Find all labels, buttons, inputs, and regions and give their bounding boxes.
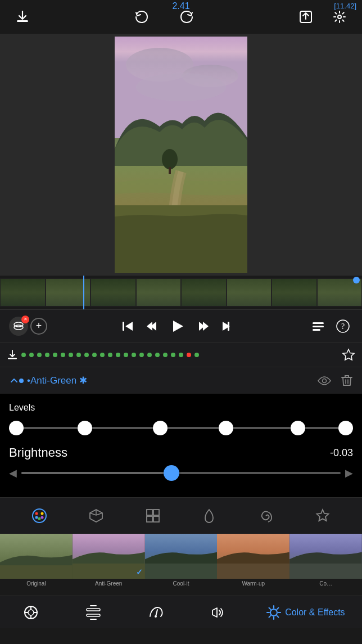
timeline-seg [136,278,182,307]
tab-spiral[interactable] [254,503,278,528]
skip-end-button[interactable] [217,316,237,336]
svg-line-58 [277,615,279,617]
level-thumb-5[interactable] [338,421,353,435]
levels-track[interactable] [9,420,353,436]
filter-thumb-co [289,534,362,579]
level-thumb-1[interactable] [78,421,92,435]
track-dot [45,353,49,357]
svg-point-24 [38,517,41,520]
filter-thumb-warmup [217,534,289,579]
nav-crop-button[interactable] [17,601,45,624]
track-dot [179,353,183,357]
level-thumb-4[interactable] [291,421,305,435]
help-button[interactable]: ? [333,316,353,336]
forward-button[interactable] [192,316,212,336]
timeline-seg [0,278,46,307]
filter-thumb-coolit [145,534,218,579]
redo-button[interactable] [175,6,198,28]
svg-text:?: ? [341,322,345,331]
svg-line-59 [269,615,271,617]
level-thumb-2[interactable] [153,421,168,435]
brightness-thumb[interactable] [164,465,179,481]
svg-point-51 [155,615,157,618]
track-download-icon[interactable] [7,349,18,361]
playback-controls [118,316,237,336]
svg-point-20 [323,379,327,382]
video-background [115,37,247,273]
filter-original[interactable]: Original [0,534,73,596]
track-dot [116,353,120,357]
filter-antigreen[interactable]: ✓ Anti-Green [73,534,145,596]
timeline-area[interactable] [0,276,362,309]
play-button[interactable] [168,316,188,336]
effect-delete-button[interactable] [341,374,353,388]
filter-thumb-original [0,534,73,579]
brightness-track[interactable] [21,465,341,481]
effect-visibility-button[interactable] [317,375,332,386]
collapse-button[interactable] [9,376,19,386]
filter-co[interactable]: Co… [289,534,362,596]
brightness-label: Brightness [9,445,67,460]
svg-rect-0 [17,20,28,22]
brightness-value: -0.03 [330,447,353,459]
filter-label-original: Original [26,580,46,587]
svg-rect-47 [87,609,100,611]
tab-drop[interactable] [197,503,221,528]
svg-rect-16 [313,329,320,331]
effect-name: •Anti-Green ✱ [27,375,317,386]
video-frame [115,37,247,273]
level-thumb-0[interactable] [9,421,24,435]
levels-group: Levels [9,403,353,436]
add-button[interactable]: + [30,318,47,335]
filter-warmup[interactable]: Warm-up [217,534,289,596]
brightness-header: Brightness -0.03 [9,445,353,460]
filter-label-warmup: Warm-up [242,580,265,587]
filter-coolit[interactable]: Cool-it [145,534,218,596]
svg-rect-14 [313,322,324,324]
track-dot [76,353,81,357]
track-dot [147,353,152,357]
timeline-strip [0,278,362,307]
list-button[interactable] [308,316,328,336]
brightness-increase-button[interactable]: ▶ [345,467,353,479]
star-favorite-button[interactable] [342,348,355,362]
track-row [0,342,362,367]
layers-badge[interactable]: ✕ [9,317,28,336]
track-dot [92,353,97,357]
svg-rect-9 [169,167,171,174]
svg-rect-48 [87,614,100,616]
svg-point-11 [14,325,23,330]
undo-redo-group [130,6,198,28]
download-button[interactable] [11,6,34,28]
close-badge[interactable]: ✕ [21,316,29,323]
tab-star[interactable] [310,503,335,528]
svg-point-21 [33,509,46,523]
tab-3d-box[interactable] [84,503,108,528]
tab-color-palette[interactable] [27,503,52,528]
tab-grid[interactable] [141,503,165,528]
playhead-dot [353,277,360,283]
rewind-button[interactable] [143,316,163,336]
export-button[interactable] [295,6,317,28]
undo-button[interactable] [130,6,153,28]
nav-trim-button[interactable] [79,601,107,624]
brightness-fill [21,472,171,474]
svg-rect-15 [313,326,324,327]
skip-start-button[interactable] [118,316,138,336]
nav-audio-button[interactable] [203,601,232,624]
filter-label-coolit: Cool-it [173,580,189,587]
level-thumb-3[interactable] [219,421,233,435]
track-dot [171,353,175,357]
settings-button[interactable] [328,6,351,28]
svg-rect-40 [289,564,362,579]
effect-actions [317,374,353,388]
nav-color-effects-button[interactable]: Color & Effects [266,605,345,620]
track-dot [84,353,89,357]
controls-row: ✕ + [0,309,362,342]
levels-label: Levels [9,403,353,413]
top-toolbar [0,0,362,34]
brightness-decrease-button[interactable]: ◀ [9,467,17,479]
track-dot [124,353,128,357]
video-preview [0,34,362,276]
nav-speed-button[interactable] [142,601,170,624]
